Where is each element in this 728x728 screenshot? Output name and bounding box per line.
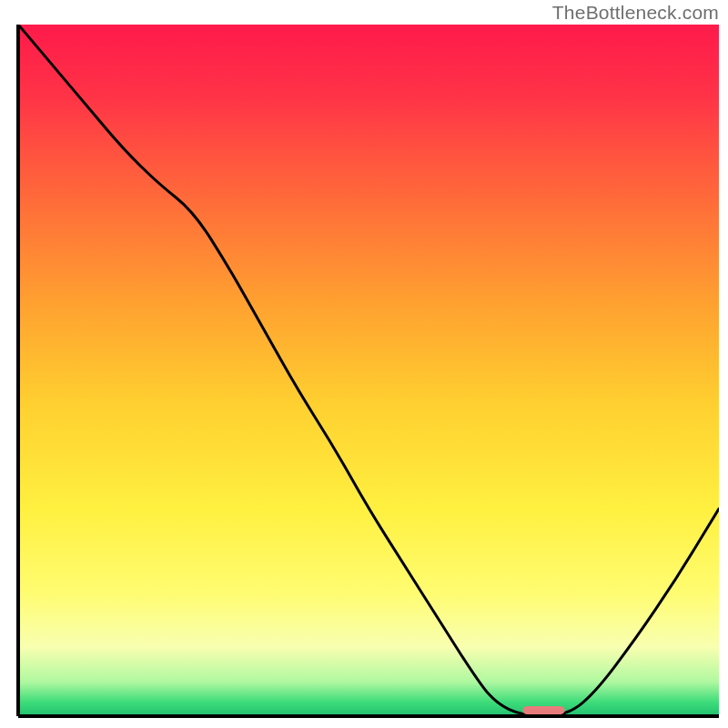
chart-root: { "watermark": "TheBottleneck.com", "gra…	[0, 0, 728, 728]
optimal-marker	[522, 706, 564, 714]
gradient-background	[18, 25, 719, 716]
watermark-label: TheBottleneck.com	[552, 2, 719, 24]
bottleneck-chart	[0, 0, 728, 728]
